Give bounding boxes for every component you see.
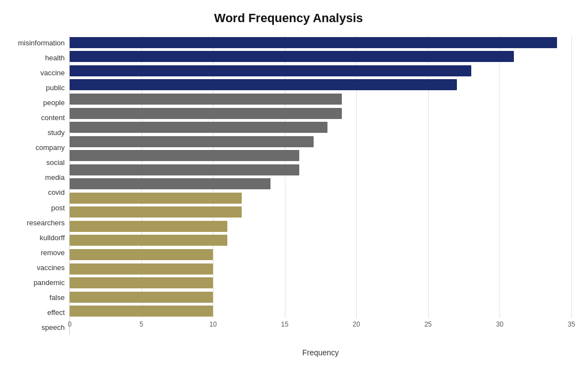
bar-row	[70, 191, 571, 205]
bar-row	[70, 247, 571, 262]
bar-row	[70, 78, 571, 92]
bar	[70, 79, 457, 90]
bar	[70, 249, 213, 260]
y-label: effect	[6, 305, 65, 319]
bar	[70, 277, 213, 288]
bar	[70, 136, 314, 147]
x-tick: 15	[281, 320, 288, 328]
x-tick: 20	[353, 320, 360, 328]
bar	[70, 65, 471, 76]
y-label: social	[6, 156, 65, 170]
y-label: vaccine	[6, 66, 65, 80]
bar-row	[70, 234, 571, 248]
bar-row	[70, 262, 571, 276]
y-label: media	[6, 170, 65, 185]
bar-row	[70, 177, 571, 191]
bar	[70, 164, 299, 175]
y-label: study	[6, 126, 65, 140]
bar-row	[70, 205, 571, 220]
bar	[70, 37, 557, 48]
bar	[70, 150, 299, 161]
x-axis-label: Frequency	[302, 348, 339, 357]
x-tick: 35	[568, 320, 575, 328]
bar	[70, 122, 327, 133]
x-tick: 5	[139, 320, 143, 328]
y-label: covid	[6, 185, 65, 200]
y-label: speech	[6, 320, 65, 334]
bar-row	[70, 64, 571, 78]
bar	[70, 206, 242, 218]
y-label: false	[6, 290, 65, 304]
bar	[70, 108, 342, 119]
y-label: vaccines	[6, 260, 65, 275]
y-label: researchers	[6, 215, 65, 230]
y-axis: misinformationhealthvaccinepublicpeoplec…	[6, 35, 69, 335]
chart-container: Word Frequency Analysis misinformationhe…	[0, 0, 588, 388]
y-label: remove	[6, 245, 65, 260]
bar-row	[70, 290, 571, 304]
bar	[70, 221, 227, 232]
bar-row	[70, 35, 571, 50]
bar	[70, 263, 213, 275]
bar-row	[70, 276, 571, 290]
bar-row	[70, 134, 571, 149]
bars-area: Frequency 05101520253035	[69, 35, 571, 335]
bar	[70, 193, 242, 204]
bar-row	[70, 106, 571, 121]
chart-area: misinformationhealthvaccinepublicpeoplec…	[6, 35, 571, 335]
y-label: health	[6, 51, 65, 65]
bar-row	[70, 92, 571, 106]
bar	[70, 235, 227, 246]
bar-row	[70, 163, 571, 177]
x-tick: 25	[424, 320, 431, 328]
y-label: post	[6, 200, 65, 215]
y-label: company	[6, 141, 65, 155]
x-tick: 10	[209, 320, 216, 328]
bar-row	[70, 304, 571, 318]
bar	[70, 94, 342, 105]
y-label: public	[6, 81, 65, 95]
bar-row	[70, 120, 571, 134]
bar	[70, 306, 213, 317]
bar-row	[70, 219, 571, 234]
bar	[70, 51, 514, 62]
x-tick: 0	[68, 320, 72, 328]
chart-title: Word Frequency Analysis	[6, 11, 571, 25]
y-label: kulldorff	[6, 230, 65, 245]
y-label: people	[6, 96, 65, 110]
bar	[70, 292, 213, 303]
x-tick: 30	[496, 320, 503, 328]
bar	[70, 178, 270, 189]
bar-row	[70, 50, 571, 64]
bar-row	[70, 148, 571, 163]
y-label: content	[6, 111, 65, 125]
y-label: pandemic	[6, 275, 65, 289]
y-label: misinformation	[6, 36, 65, 50]
